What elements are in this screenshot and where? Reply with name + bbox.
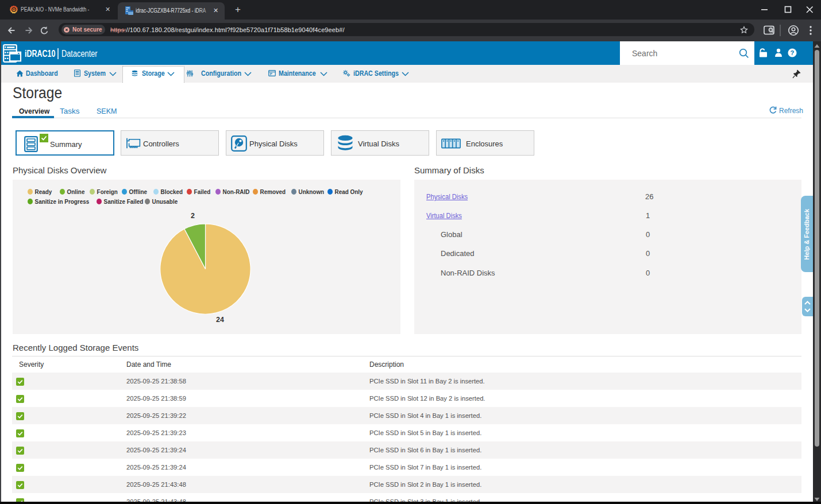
svg-text:?: ? xyxy=(791,49,795,56)
